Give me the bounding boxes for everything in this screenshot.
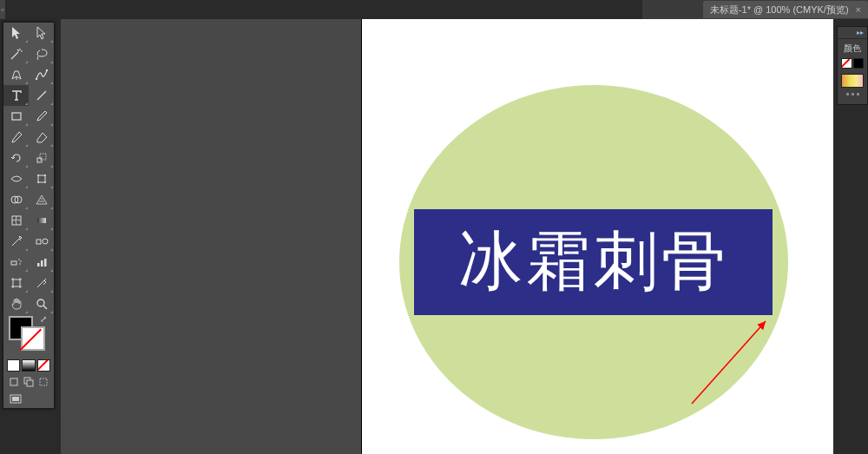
svg-rect-15 bbox=[36, 240, 41, 244]
canvas-area[interactable]: 冰霜刺骨 bbox=[61, 19, 833, 454]
svg-point-25 bbox=[37, 299, 44, 306]
svg-rect-22 bbox=[41, 260, 43, 266]
svg-point-10 bbox=[44, 181, 46, 183]
perspective-grid-tool[interactable] bbox=[29, 189, 54, 210]
svg-line-2 bbox=[37, 91, 46, 100]
svg-rect-29 bbox=[27, 380, 33, 386]
fill-stroke-swatches: ⤢ bbox=[3, 314, 54, 358]
paintbrush-tool[interactable] bbox=[29, 106, 54, 127]
svg-rect-6 bbox=[38, 175, 45, 182]
draw-behind-mode[interactable] bbox=[22, 375, 35, 389]
color-mode-gradient[interactable] bbox=[22, 359, 35, 372]
svg-rect-27 bbox=[10, 378, 17, 385]
panel-swatch-black[interactable] bbox=[853, 58, 865, 69]
panel-expand[interactable]: ▸▸ bbox=[838, 27, 867, 39]
svg-point-18 bbox=[18, 259, 20, 260]
document-title: 未标题-1* @ 100% (CMYK/预览) bbox=[710, 3, 849, 16]
svg-line-26 bbox=[43, 306, 47, 309]
color-panel-collapsed: ▸▸ 颜色 bbox=[837, 26, 868, 105]
svg-rect-24 bbox=[13, 280, 20, 286]
zoom-tool[interactable] bbox=[29, 293, 54, 314]
shape-builder-tool[interactable] bbox=[3, 189, 29, 210]
svg-rect-30 bbox=[40, 378, 47, 385]
hand-tool[interactable] bbox=[3, 293, 29, 314]
pencil-tool[interactable] bbox=[3, 127, 29, 148]
eyedropper-tool[interactable] bbox=[3, 231, 29, 252]
color-mode-solid[interactable] bbox=[7, 359, 20, 372]
line-segment-tool[interactable] bbox=[29, 85, 54, 106]
close-icon[interactable]: × bbox=[856, 4, 861, 15]
document-tab-bar: 未标题-1* @ 100% (CMYK/预览) × bbox=[642, 0, 868, 19]
pen-tool[interactable] bbox=[3, 64, 29, 85]
selection-tool[interactable] bbox=[3, 23, 29, 43]
scale-tool[interactable] bbox=[29, 148, 54, 168]
color-mode-row bbox=[3, 358, 54, 373]
screen-mode-row bbox=[3, 391, 54, 408]
panel-spectrum[interactable] bbox=[841, 74, 864, 88]
direct-selection-tool[interactable] bbox=[29, 23, 54, 43]
tab-strip-collapse[interactable]: « bbox=[0, 0, 5, 19]
lasso-tool[interactable] bbox=[29, 43, 54, 64]
width-tool[interactable] bbox=[3, 168, 29, 189]
svg-rect-14 bbox=[37, 218, 46, 223]
stroke-color-swatch[interactable] bbox=[21, 326, 45, 351]
rotate-tool[interactable] bbox=[3, 148, 29, 168]
mesh-tool[interactable] bbox=[3, 210, 29, 231]
draw-normal-mode[interactable] bbox=[7, 375, 20, 389]
svg-point-19 bbox=[20, 260, 22, 262]
svg-point-0 bbox=[35, 78, 36, 80]
symbol-sprayer-tool[interactable] bbox=[3, 252, 29, 273]
svg-point-9 bbox=[37, 181, 39, 183]
svg-point-7 bbox=[37, 174, 39, 176]
curvature-pen-tool[interactable] bbox=[29, 64, 54, 85]
magic-wand-tool[interactable] bbox=[3, 43, 29, 64]
type-tool[interactable] bbox=[3, 85, 29, 106]
svg-rect-32 bbox=[12, 397, 19, 401]
drawing-mode-row bbox=[3, 373, 54, 391]
color-panel-label[interactable]: 颜色 bbox=[838, 41, 867, 56]
panel-more-indicator bbox=[838, 89, 867, 99]
artboard[interactable]: 冰霜刺骨 bbox=[362, 19, 833, 454]
rectangle-tool[interactable] bbox=[3, 106, 29, 127]
slice-tool[interactable] bbox=[29, 273, 54, 293]
svg-rect-13 bbox=[12, 216, 21, 225]
svg-rect-5 bbox=[40, 154, 46, 160]
eraser-tool[interactable] bbox=[29, 127, 54, 148]
column-graph-tool[interactable] bbox=[29, 252, 54, 273]
artwork-text[interactable]: 冰霜刺骨 bbox=[458, 219, 729, 306]
svg-point-8 bbox=[44, 174, 46, 176]
blend-tool[interactable] bbox=[29, 231, 54, 252]
free-transform-tool[interactable] bbox=[29, 168, 54, 189]
panel-swatch-none[interactable] bbox=[841, 58, 852, 69]
svg-point-16 bbox=[43, 239, 48, 244]
swap-fill-stroke-icon[interactable]: ⤢ bbox=[40, 314, 47, 324]
artboard-tool[interactable] bbox=[3, 273, 29, 293]
draw-inside-mode[interactable] bbox=[37, 375, 50, 389]
svg-point-20 bbox=[19, 263, 21, 265]
color-mode-none[interactable] bbox=[37, 359, 50, 372]
svg-rect-3 bbox=[12, 113, 21, 120]
svg-point-1 bbox=[45, 69, 47, 71]
tools-panel: ⤢ bbox=[3, 22, 55, 409]
svg-rect-21 bbox=[37, 263, 40, 266]
change-screen-mode[interactable] bbox=[7, 392, 24, 406]
svg-rect-17 bbox=[11, 261, 16, 265]
gradient-tool[interactable] bbox=[29, 210, 54, 231]
document-tab[interactable]: 未标题-1* @ 100% (CMYK/预览) × bbox=[703, 1, 868, 18]
svg-rect-23 bbox=[44, 259, 47, 266]
text-frame[interactable]: 冰霜刺骨 bbox=[414, 209, 773, 315]
